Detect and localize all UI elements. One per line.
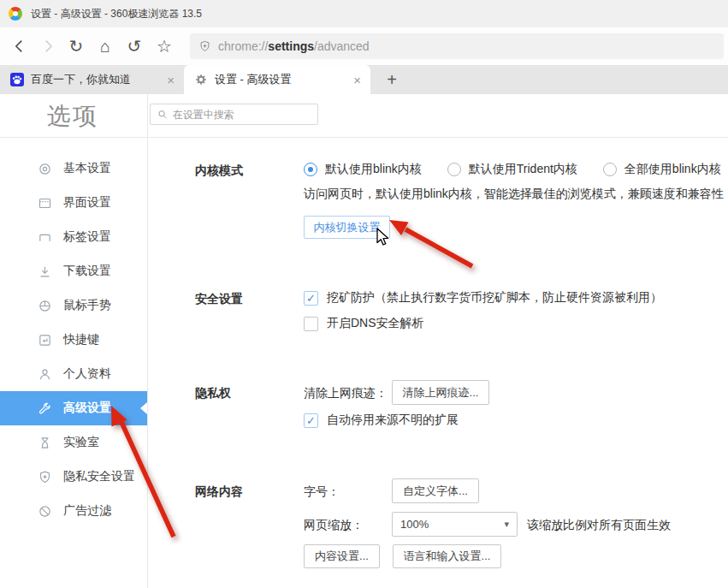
tab-baidu-label: 百度一下，你就知道 <box>31 72 164 87</box>
baidu-paw-icon <box>10 73 24 86</box>
tab-settings-close-icon[interactable]: × <box>351 73 364 87</box>
settings-search-box[interactable] <box>150 104 318 125</box>
tab-baidu-close-icon[interactable]: × <box>164 73 177 87</box>
sidebar-item-laboratory[interactable]: 实验室 <box>0 425 147 460</box>
zoom-note: 该缩放比例对所有页面生效 <box>527 518 671 533</box>
page-zoom-label: 网页缩放： <box>304 518 364 533</box>
wrench-icon <box>38 401 52 416</box>
radio-all-blink[interactable]: 全部使用blink内核 <box>603 162 721 177</box>
custom-font-button[interactable]: 自定义字体... <box>392 478 479 503</box>
new-tab-button[interactable]: + <box>379 68 405 92</box>
kernel-description: 访问网页时，默认使用blink内核，智能选择最佳的浏览模式，兼顾速度和兼容性 <box>304 187 724 202</box>
sidebar-item-label: 鼠标手势 <box>63 298 111 313</box>
sidebar-item-download-settings[interactable]: 下载设置 <box>0 254 147 288</box>
sidebar-item-label: 基本设置 <box>63 161 111 176</box>
zoom-value: 100% <box>400 518 429 531</box>
checkbox-checked-icon[interactable]: ✓ <box>304 291 318 306</box>
page-title: 选项 <box>47 100 98 133</box>
tab-settings[interactable]: 设置 - 高级设置 × <box>184 65 370 94</box>
mining-protection-row[interactable]: ✓ 挖矿防护（禁止执行数字货币挖矿脚本，防止硬件资源被利用） <box>304 290 662 306</box>
tab-baidu[interactable]: 百度一下，你就知道 × <box>0 65 184 94</box>
window-icon <box>38 196 52 211</box>
disable-unknown-extensions-row[interactable]: ✓ 自动停用来源不明的扩展 <box>304 413 459 428</box>
home-icon[interactable]: ⌂ <box>92 33 118 59</box>
sidebar-item-label: 标签设置 <box>63 229 111 245</box>
radio-default-blink[interactable]: 默认使用blink内核 <box>304 162 422 177</box>
sidebar-item-advanced-settings[interactable]: 高级设置 <box>0 391 147 425</box>
sidebar-item-label: 个人资料 <box>63 366 111 382</box>
undo-icon[interactable]: ↺ <box>121 33 147 59</box>
checkbox-label: 挖矿防护（禁止执行数字货币挖矿脚本，防止硬件资源被利用） <box>327 290 662 306</box>
window-title: 设置 - 高级设置 - 360极速浏览器 13.5 <box>31 7 202 21</box>
sidebar-nav: 基本设置 界面设置 标签设置 下载设置 鼠标手势 快捷键 <box>0 138 147 588</box>
tab-shape-icon <box>38 230 52 245</box>
radio-unselected-icon[interactable] <box>447 163 461 176</box>
sidebar-item-tab-settings[interactable]: 标签设置 <box>0 220 147 254</box>
checkbox-label: 开启DNS安全解析 <box>327 316 424 331</box>
sidebar-item-interface-settings[interactable]: 界面设置 <box>0 186 147 220</box>
circle-dot-icon <box>38 162 52 176</box>
sidebar-item-label: 界面设置 <box>63 195 111 211</box>
address-bar[interactable]: chrome://settings/advanced <box>190 33 724 59</box>
kernel-switch-button[interactable]: 内核切换设置 <box>304 216 390 239</box>
search-icon <box>157 109 168 120</box>
section-label-security: 安全设置 <box>195 292 243 307</box>
shield-plus-icon <box>38 470 52 484</box>
sidebar-item-mouse-gestures[interactable]: 鼠标手势 <box>0 288 147 323</box>
mouse-icon <box>38 299 52 313</box>
window-titlebar: 设置 - 高级设置 - 360极速浏览器 13.5 <box>0 0 728 27</box>
chevron-down-icon: ▾ <box>504 519 509 530</box>
settings-content: 内核模式 默认使用blink内核 默认使用Trident内核 全部使用blink… <box>147 138 728 588</box>
kernel-radio-group: 默认使用blink内核 默认使用Trident内核 全部使用blink内核 <box>304 162 721 177</box>
sidebar-item-profile[interactable]: 个人资料 <box>0 357 147 391</box>
content-settings-button[interactable]: 内容设置... <box>304 544 380 568</box>
sidebar-item-label: 隐私安全设置 <box>63 469 135 484</box>
favorite-star-icon[interactable]: ☆ <box>151 33 177 59</box>
checkbox-unchecked-icon[interactable] <box>304 317 318 331</box>
clear-traces-button[interactable]: 清除上网痕迹... <box>392 380 489 405</box>
navigation-bar: ↻ ⌂ ↺ ☆ chrome://settings/advanced <box>0 27 728 65</box>
refresh-icon[interactable]: ↻ <box>63 33 89 59</box>
search-input[interactable] <box>173 109 311 121</box>
checkbox-label: 自动停用来源不明的扩展 <box>327 413 459 428</box>
sidebar-item-basic-settings[interactable]: 基本设置 <box>0 151 147 186</box>
font-size-label: 字号： <box>304 484 340 500</box>
gear-icon <box>194 73 208 86</box>
radio-selected-icon[interactable] <box>304 163 317 176</box>
clear-traces-label: 清除上网痕迹： <box>304 386 388 401</box>
section-label-privacy: 隐私权 <box>195 386 231 401</box>
dns-secure-row[interactable]: 开启DNS安全解析 <box>304 316 424 331</box>
back-icon[interactable] <box>7 33 33 59</box>
hourglass-icon <box>38 436 52 450</box>
block-icon <box>38 504 52 519</box>
sidebar-item-label: 实验室 <box>63 435 99 450</box>
url-path: /advanced <box>314 39 370 53</box>
sidebar-item-shortcuts[interactable]: 快捷键 <box>0 323 147 357</box>
browser-logo-icon <box>9 7 22 21</box>
language-input-settings-button[interactable]: 语言和输入设置... <box>393 544 501 568</box>
url-host: settings <box>268 39 314 53</box>
tab-settings-label: 设置 - 高级设置 <box>215 72 351 87</box>
sidebar-item-label: 高级设置 <box>63 401 111 416</box>
radio-label: 默认使用blink内核 <box>325 162 422 177</box>
radio-label: 默认使用Trident内核 <box>469 162 577 177</box>
forward-icon[interactable] <box>35 33 61 59</box>
shield-icon <box>198 39 211 53</box>
download-arrow-icon <box>38 264 52 279</box>
section-label-web-content: 网络内容 <box>195 484 243 500</box>
page-header: 选项 <box>0 94 728 138</box>
browser-window: 设置 - 高级设置 - 360极速浏览器 13.5 ↻ ⌂ ↺ ☆ chrome… <box>0 0 728 588</box>
sidebar-item-ad-filter[interactable]: 广告过滤 <box>0 494 147 528</box>
url-scheme: chrome:// <box>218 39 268 53</box>
radio-default-trident[interactable]: 默认使用Trident内核 <box>447 162 577 177</box>
checkbox-checked-icon[interactable]: ✓ <box>304 413 318 428</box>
radio-unselected-icon[interactable] <box>603 163 617 176</box>
settings-page: 选项 基本设置 界面设置 标签设置 <box>0 94 728 588</box>
page-zoom-select[interactable]: 100% ▾ <box>392 512 518 537</box>
radio-label: 全部使用blink内核 <box>624 162 721 177</box>
enter-key-icon <box>38 333 52 347</box>
tab-bar: 百度一下，你就知道 × 设置 - 高级设置 × + <box>0 65 728 94</box>
sidebar-item-privacy-security[interactable]: 隐私安全设置 <box>0 460 147 494</box>
sidebar-item-label: 广告过滤 <box>63 503 111 519</box>
url-text: chrome://settings/advanced <box>218 39 370 53</box>
